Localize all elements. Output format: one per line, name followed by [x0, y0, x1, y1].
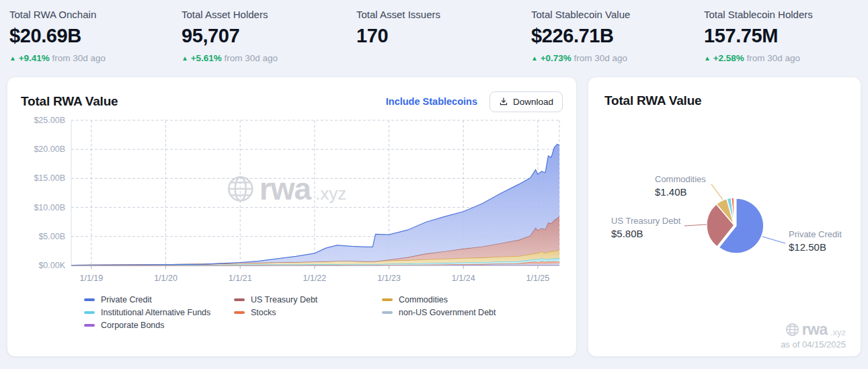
rwa-dashboard: Total RWA Onchain$20.69B▲ +9.41% from 30… [0, 0, 868, 357]
legend-swatch [382, 298, 393, 301]
stat-label: Total Asset Issuers [356, 9, 531, 20]
stat-card: Total Stablecoin Value$226.71B▲ +0.73% f… [531, 9, 704, 63]
download-button-label: Download [513, 97, 553, 107]
x-axis-label: 1/1/19 [79, 274, 103, 283]
stat-card: Total Stablecoin Holders157.75M▲ +2.58% … [704, 9, 813, 63]
legend-label: Private Credit [101, 295, 152, 304]
legend-swatch [234, 311, 245, 314]
x-axis-label: 1/1/25 [526, 274, 550, 283]
legend-label: US Treasury Debt [251, 295, 317, 304]
stat-change-percent: +9.41% [16, 53, 50, 63]
area-chart[interactable]: 1/1/191/1/201/1/211/1/221/1/231/1/241/1/… [21, 114, 563, 286]
pie-card-title: Total RWA Value [604, 93, 861, 108]
pie-card: Total RWA Value Private Credit$12.50BUS … [588, 77, 861, 357]
stat-change-percent: +5.61% [188, 53, 222, 63]
card-title: Total RWA Value [21, 94, 118, 109]
include-stablecoins-link[interactable]: Include Stablecoins [386, 96, 477, 107]
x-axis-label: 1/1/20 [154, 274, 177, 283]
legend-label: Institutional Alternative Funds [101, 308, 210, 317]
stat-label: Total Stablecoin Value [531, 9, 704, 20]
pie-slice-label: US Treasury Debt$5.80B [611, 216, 680, 239]
legend-item[interactable]: Stocks [234, 308, 382, 317]
pie-callout-line [762, 237, 785, 243]
x-axis-label: 1/1/23 [377, 274, 401, 283]
dashboard-content: Total RWA Value Include Stablecoins Down… [0, 77, 868, 357]
legend-swatch [234, 298, 245, 301]
pie-chart[interactable]: Private Credit$12.50BUS Treasury Debt$5.… [588, 108, 861, 330]
stat-value: 170 [356, 25, 531, 47]
up-triangle-icon: ▲ [182, 54, 188, 62]
up-triangle-icon: ▲ [531, 54, 538, 62]
stat-value: $226.71B [531, 25, 704, 47]
pie-callout-line [711, 184, 723, 200]
globe-icon [785, 323, 799, 337]
download-icon [499, 97, 508, 106]
legend-item[interactable]: Commodities [382, 295, 496, 304]
stats-bar: Total RWA Onchain$20.69B▲ +9.41% from 30… [0, 0, 868, 63]
legend-label: Stocks [251, 308, 276, 317]
legend-swatch [84, 324, 95, 327]
x-axis-label: 1/1/22 [303, 274, 327, 283]
rwa-value-card: Total RWA Value Include Stablecoins Down… [7, 77, 577, 357]
y-axis-label: $25.00B [34, 116, 65, 125]
y-axis-label: $20.00B [34, 145, 65, 154]
pie-slice-value: $5.80B [611, 228, 680, 239]
legend-column: Private CreditInstitutional Alternative … [84, 295, 234, 330]
stat-value: 95,707 [182, 25, 356, 47]
y-axis-label: $5.00B [38, 232, 65, 241]
stat-change: ▲ +2.58% from 30d ago [704, 53, 813, 63]
stat-change-percent: +2.58% [711, 53, 744, 63]
legend-item[interactable]: Private Credit [84, 295, 234, 304]
stat-card: Total Asset Holders95,707▲ +5.61% from 3… [182, 9, 356, 63]
download-button[interactable]: Download [489, 91, 563, 112]
stat-change-suffix: from 30d ago [571, 53, 627, 63]
stat-change-suffix: from 30d ago [222, 53, 278, 63]
pie-slice-name: Commodities [655, 174, 706, 184]
legend-label: Corporate Bonds [101, 321, 165, 330]
up-triangle-icon: ▲ [9, 54, 16, 62]
legend-item[interactable]: Corporate Bonds [84, 321, 234, 330]
pie-slice-name: US Treasury Debt [611, 216, 680, 226]
stat-card: Total Asset Issuers170 [356, 9, 531, 63]
stat-change: ▲ +9.41% from 30d ago [9, 53, 182, 63]
watermark-text: rwa [802, 322, 828, 337]
y-axis-label: $0.00K [38, 261, 65, 270]
pie-watermark: rwa .xyz as of 04/15/2025 [781, 322, 846, 350]
stat-change-suffix: from 30d ago [744, 53, 800, 63]
pie-watermark-row: rwa .xyz [781, 322, 846, 337]
x-axis-label: 1/1/24 [452, 274, 475, 283]
pie-slice-value: $1.40B [655, 186, 706, 198]
pie-slice-value: $12.50B [789, 241, 842, 253]
card-header: Total RWA Value Include Stablecoins Down… [21, 91, 563, 112]
pie-slice-name: Private Credit [789, 229, 842, 239]
legend-swatch [84, 298, 95, 301]
stat-change-suffix: from 30d ago [50, 53, 106, 63]
legend-swatch [84, 311, 95, 314]
legend-item[interactable]: US Treasury Debt [234, 295, 382, 304]
pie-slice-label: Commodities$1.40B [655, 174, 706, 198]
legend-item[interactable]: Institutional Alternative Funds [84, 308, 234, 317]
legend-item[interactable]: non-US Government Debt [382, 308, 496, 317]
pie-callout-line [684, 224, 707, 226]
stat-value: $20.69B [9, 25, 182, 47]
stat-change: ▲ +0.73% from 30d ago [531, 53, 704, 63]
y-axis-label: $10.00B [34, 203, 65, 212]
stat-card: Total RWA Onchain$20.69B▲ +9.41% from 30… [9, 9, 182, 63]
card-actions: Include Stablecoins Download [386, 91, 563, 112]
legend-label: Commodities [399, 295, 448, 304]
stat-change-percent: +0.73% [538, 53, 571, 63]
legend-label: non-US Government Debt [399, 308, 496, 317]
legend-swatch [382, 311, 393, 314]
y-axis-label: $15.00B [34, 173, 65, 183]
watermark-suffix: .xyz [830, 328, 846, 337]
chart-legend: Private CreditInstitutional Alternative … [21, 295, 563, 330]
pie-slice-label: Private Credit$12.50B [789, 229, 842, 253]
area-chart-svg[interactable]: 1/1/191/1/201/1/211/1/221/1/231/1/241/1/… [21, 114, 564, 283]
stat-change: ▲ +5.61% from 30d ago [182, 53, 356, 63]
stat-label: Total Stablecoin Holders [704, 9, 813, 20]
stat-label: Total RWA Onchain [9, 9, 182, 20]
stat-value: 157.75M [704, 25, 813, 47]
up-triangle-icon: ▲ [704, 54, 711, 62]
legend-column: Commoditiesnon-US Government Debt [382, 295, 496, 330]
stat-label: Total Asset Holders [182, 9, 356, 20]
